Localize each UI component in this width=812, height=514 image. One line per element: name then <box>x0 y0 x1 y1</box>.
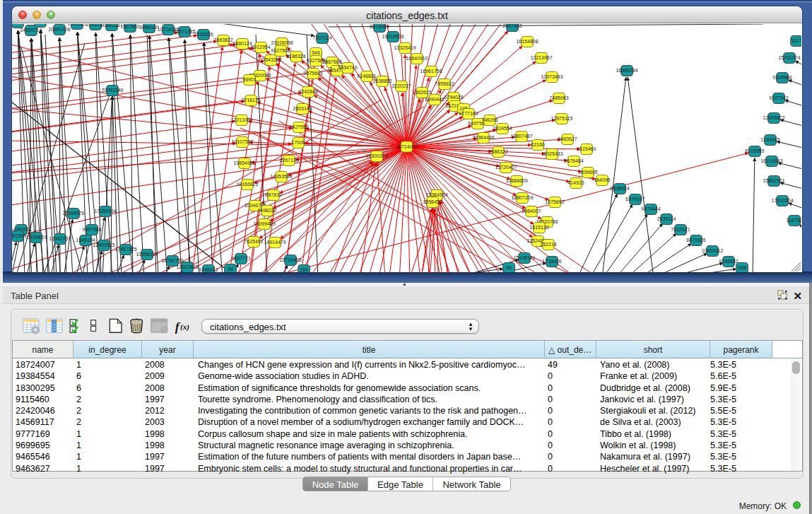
svg-text:14353594: 14353594 <box>270 174 292 179</box>
svg-text:8215955: 8215955 <box>745 148 764 153</box>
svg-text:7663822: 7663822 <box>213 37 233 42</box>
svg-text:10958107: 10958107 <box>136 252 158 257</box>
svg-text:154: 154 <box>300 267 308 272</box>
svg-text:252214: 252214 <box>540 242 556 247</box>
svg-text:8912954: 8912954 <box>251 45 270 49</box>
svg-text:938: 938 <box>738 265 746 270</box>
svg-text:7515526: 7515526 <box>194 32 213 37</box>
svg-text:12903515: 12903515 <box>93 243 114 247</box>
svg-text:9575645: 9575645 <box>303 71 322 76</box>
svg-text:10543392: 10543392 <box>259 57 281 62</box>
svg-text:9997588: 9997588 <box>82 227 101 232</box>
svg-text:15720407: 15720407 <box>495 165 517 170</box>
svg-text:15751074: 15751074 <box>778 55 800 60</box>
svg-text:19654985: 19654985 <box>233 160 255 165</box>
svg-text:9245012: 9245012 <box>199 267 218 272</box>
svg-text:19166822: 19166822 <box>236 182 258 187</box>
svg-text:2935114: 2935114 <box>657 216 676 221</box>
svg-text:10107552: 10107552 <box>231 139 253 144</box>
svg-text:9427552: 9427552 <box>289 124 308 129</box>
svg-text:2718176: 2718176 <box>241 98 260 103</box>
svg-text:6379197: 6379197 <box>625 197 645 201</box>
svg-text:16640910: 16640910 <box>406 56 428 61</box>
svg-text:3824554: 3824554 <box>493 126 512 131</box>
svg-text:7625402: 7625402 <box>244 239 263 244</box>
svg-text:12093872: 12093872 <box>763 115 784 120</box>
svg-text:16648784: 16648784 <box>616 68 637 73</box>
svg-text:10853287: 10853287 <box>100 24 122 28</box>
svg-text:9699695: 9699695 <box>578 170 597 175</box>
svg-text:1117: 1117 <box>792 38 801 43</box>
svg-text:746266: 746266 <box>481 117 498 122</box>
svg-text:16961758: 16961758 <box>420 69 442 74</box>
svg-text:7357224: 7357224 <box>312 35 331 40</box>
svg-text:96901: 96901 <box>242 77 257 82</box>
svg-text:9498222: 9498222 <box>257 208 276 213</box>
svg-text:10973493: 10973493 <box>541 74 563 79</box>
svg-text:16210643: 16210643 <box>760 158 782 163</box>
svg-text:9115460: 9115460 <box>577 146 596 151</box>
svg-text:19218506: 19218506 <box>382 34 404 39</box>
svg-text:7955812: 7955812 <box>435 81 454 86</box>
svg-text:11156829: 11156829 <box>25 235 47 240</box>
svg-text:1538852: 1538852 <box>372 78 392 83</box>
svg-text:9146821: 9146821 <box>357 74 376 78</box>
svg-text:14914479: 14914479 <box>264 240 286 245</box>
svg-text:3267130: 3267130 <box>279 158 298 163</box>
svg-text:1615132: 1615132 <box>529 225 548 230</box>
svg-text:9084007: 9084007 <box>522 209 541 214</box>
svg-text:414923: 414923 <box>567 180 584 185</box>
svg-text:15716485: 15716485 <box>279 257 301 262</box>
svg-text:6794028: 6794028 <box>444 95 463 100</box>
svg-text:9474444: 9474444 <box>641 206 660 211</box>
svg-text:6966160: 6966160 <box>139 25 158 30</box>
svg-text:7386322: 7386322 <box>488 149 507 154</box>
svg-text:13325419: 13325419 <box>394 45 416 50</box>
svg-text:62160: 62160 <box>531 142 545 147</box>
svg-text:1527602: 1527602 <box>120 24 139 29</box>
svg-text:10807487: 10807487 <box>510 134 532 139</box>
svg-text:12923448: 12923448 <box>176 264 198 269</box>
svg-text:9777169: 9777169 <box>459 111 478 116</box>
svg-text:9245652: 9245652 <box>719 259 738 264</box>
svg-text:15300215: 15300215 <box>365 153 387 158</box>
svg-text:1558457: 1558457 <box>423 199 442 204</box>
svg-text:1075692: 1075692 <box>545 199 564 204</box>
svg-text:8813054: 8813054 <box>370 24 389 29</box>
svg-text:15138141: 15138141 <box>513 255 535 260</box>
svg-text:2867608: 2867608 <box>322 59 341 64</box>
svg-text:9329966: 9329966 <box>772 75 792 80</box>
svg-text:17006: 17006 <box>291 140 305 145</box>
svg-text:24055714: 24055714 <box>20 28 42 33</box>
svg-text:116753: 116753 <box>787 218 801 223</box>
svg-text:12975115: 12975115 <box>551 116 573 121</box>
svg-text:9857771: 9857771 <box>231 256 250 261</box>
svg-text:19754241: 19754241 <box>12 24 29 25</box>
svg-text:7485063: 7485063 <box>549 95 568 100</box>
svg-text:8660124: 8660124 <box>233 41 252 46</box>
svg-text:12213369: 12213369 <box>230 117 252 122</box>
svg-text:8454749: 8454749 <box>338 65 357 70</box>
svg-text:20206576: 20206576 <box>62 211 84 216</box>
svg-text:(x): (x) <box>180 322 189 332</box>
svg-text:16154808: 16154808 <box>516 39 538 44</box>
svg-text:96: 96 <box>506 265 512 270</box>
svg-text:164095: 164095 <box>594 177 610 182</box>
svg-text:16671385: 16671385 <box>173 29 195 34</box>
svg-text:10025433: 10025433 <box>541 151 563 156</box>
svg-text:3220237: 3220237 <box>392 83 411 88</box>
svg-text:9227342: 9227342 <box>769 95 788 100</box>
svg-text:8186328: 8186328 <box>286 54 305 59</box>
svg-text:12213967: 12213967 <box>530 55 552 60</box>
svg-text:10688609: 10688609 <box>505 178 527 183</box>
svg-text:9327508: 9327508 <box>271 48 290 53</box>
svg-text:10654112: 10654112 <box>702 248 724 253</box>
svg-text:1244415: 1244415 <box>760 137 779 142</box>
svg-text:887833: 887833 <box>265 192 281 197</box>
svg-text:99: 99 <box>228 267 233 271</box>
svg-text:8471626: 8471626 <box>686 238 705 243</box>
svg-text:20364436: 20364436 <box>472 135 494 140</box>
svg-text:18724007: 18724007 <box>396 144 418 149</box>
svg-text:546: 546 <box>312 50 320 55</box>
svg-text:9463627: 9463627 <box>558 136 577 141</box>
